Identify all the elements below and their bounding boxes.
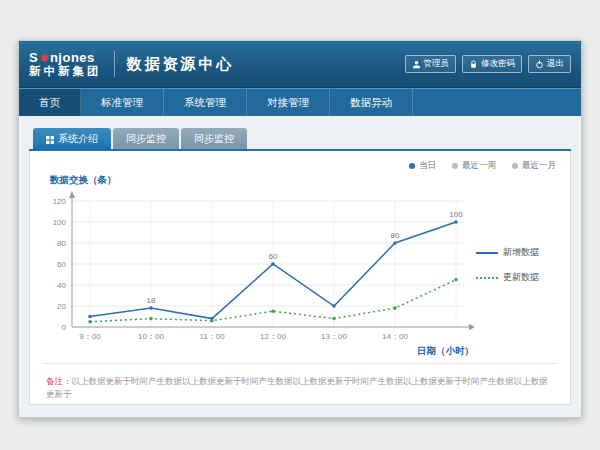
line-chart: 0204060801001209：0010：0011：0012：0013：001… (38, 187, 474, 363)
nav-item-home[interactable]: 首页 (19, 89, 81, 116)
tab-system-intro[interactable]: 系统介绍 (33, 128, 111, 149)
svg-text:18: 18 (147, 296, 156, 305)
logout-button[interactable]: 退出 (528, 55, 571, 73)
tab-bar: 系统介绍 同步监控 同步监控 (29, 128, 571, 151)
brand-logo-cn: 新中新集团 (29, 65, 102, 78)
legend-dot-icon (409, 163, 415, 169)
svg-text:11：00: 11：00 (199, 332, 225, 341)
svg-text:120: 120 (53, 197, 67, 206)
legend-today[interactable]: 当日 (409, 160, 436, 172)
svg-text:60: 60 (57, 260, 66, 269)
svg-text:80: 80 (391, 231, 400, 240)
tab-sync-monitor-2[interactable]: 同步监控 (181, 128, 247, 149)
lock-icon (469, 60, 478, 69)
page-title: 数据资源中心 (127, 55, 235, 74)
nav-item-connect-mgmt[interactable]: 对接管理 (247, 89, 330, 116)
change-password-button[interactable]: 修改密码 (462, 55, 522, 73)
footnote-text: 以上数据更新于时间产生数据以上数据更新于时间产生数据以上数据更新于时间产生数据以… (46, 376, 548, 399)
svg-text:0: 0 (62, 323, 67, 332)
footnote-label: 备注： (46, 376, 72, 386)
admin-user-button[interactable]: 管理员 (405, 55, 457, 73)
svg-text:40: 40 (57, 281, 66, 290)
svg-text:日期（小时）: 日期（小时） (417, 345, 474, 357)
footnote: 备注：以上数据更新于时间产生数据以上数据更新于时间产生数据以上数据更新于时间产生… (30, 364, 570, 413)
top-header: S✱njones 新中新集团 数据资源中心 管理员 修改密码 (19, 41, 581, 88)
legend-dot-icon (452, 163, 458, 169)
chart-panel: 当日 最近一周 最近一月 数据交换（条） 0204060801001209：00… (29, 151, 571, 405)
svg-text:12：00: 12：00 (260, 332, 286, 341)
main-nav: 首页 标准管理 系统管理 对接管理 数据异动 (19, 88, 581, 116)
svg-text:100: 100 (449, 210, 463, 219)
legend-last-month[interactable]: 最近一月 (512, 160, 556, 172)
svg-text:13：00: 13：00 (321, 332, 347, 341)
svg-text:20: 20 (57, 302, 66, 311)
note-section: 备注：以上数据更新于时间产生数据以上数据更新于时间产生数据以上数据更新于时间产生… (30, 363, 570, 413)
logo-star-icon: ✱ (38, 52, 50, 64)
legend-new-data[interactable]: 新增数据 (476, 246, 539, 259)
svg-text:9：00: 9：00 (79, 332, 101, 341)
nav-item-data-change[interactable]: 数据异动 (330, 89, 413, 116)
tab-sync-monitor-1[interactable]: 同步监控 (113, 128, 179, 149)
line-sample-icon (476, 252, 498, 254)
dotted-line-sample-icon (476, 277, 498, 279)
brand-logo[interactable]: S✱njones 新中新集团 (29, 51, 102, 78)
legend-dot-icon (512, 163, 518, 169)
content-area: 系统介绍 同步监控 同步监控 当日 最近一周 (19, 116, 581, 417)
legend-updated-data[interactable]: 更新数据 (476, 271, 539, 284)
nav-item-system-mgmt[interactable]: 系统管理 (164, 89, 247, 116)
nav-item-standard-mgmt[interactable]: 标准管理 (81, 89, 164, 116)
legend-last-week[interactable]: 最近一周 (452, 160, 496, 172)
svg-text:100: 100 (53, 218, 67, 227)
svg-text:60: 60 (269, 252, 278, 261)
y-axis-title: 数据交换（条） (30, 172, 570, 187)
power-icon (535, 60, 544, 69)
svg-text:14：00: 14：00 (382, 332, 408, 341)
chart-row: 0204060801001209：0010：0011：0012：0013：001… (30, 187, 570, 363)
period-legend: 当日 最近一周 最近一月 (30, 151, 570, 172)
user-icon (412, 60, 421, 69)
svg-text:80: 80 (57, 239, 66, 248)
svg-text:10：00: 10：00 (138, 332, 164, 341)
series-legend: 新增数据 更新数据 (474, 246, 545, 304)
grid-icon (46, 135, 54, 143)
user-area: 管理员 修改密码 退出 (405, 55, 572, 73)
header-divider (114, 51, 115, 77)
app-window: S✱njones 新中新集团 数据资源中心 管理员 修改密码 (18, 40, 582, 418)
brand-logo-text: S✱njones (29, 51, 102, 65)
